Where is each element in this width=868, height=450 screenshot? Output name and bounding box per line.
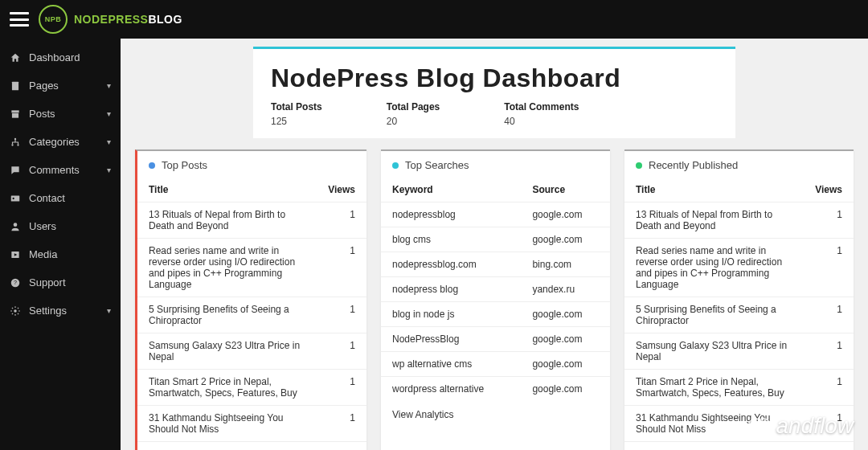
sidebar-item-contact[interactable]: Contact (0, 184, 121, 212)
sidebar-item-label: Users (29, 220, 56, 232)
chevron-down-icon: ▾ (107, 306, 111, 315)
table-row[interactable]: NodePressBloggoogle.com (381, 327, 610, 352)
top-posts-card: Top Posts TitleViews13 Rituals of Nepal … (135, 149, 366, 450)
table-row[interactable]: 13 Rituals of Nepal from Birth to Death … (624, 202, 854, 239)
cell-source: google.com (521, 327, 610, 352)
brand-logo[interactable]: NPB NODEPRESSBLOG (39, 5, 182, 34)
cell-keyword: wp alternative cms (381, 352, 521, 377)
sidebar-item-posts[interactable]: Posts▾ (0, 100, 121, 128)
cell-keyword: nodepressblog.com (381, 252, 521, 277)
main-content: NodePress Blog Dashboard Total Posts125T… (121, 39, 868, 450)
cell-source: google.com (521, 352, 610, 377)
table-row[interactable]: Read series name and write in reverse or… (624, 239, 854, 297)
table-row[interactable]: Samsung Galaxy S23 Ultra Price in Nepal1 (624, 333, 854, 370)
card-title: Recently Published (649, 159, 738, 171)
table-row[interactable]: 5 Surprising Benefits of Seeing a Chirop… (624, 297, 854, 333)
sidebar-item-users[interactable]: Users (0, 212, 121, 240)
cell-keyword: NodePressBlog (381, 327, 521, 352)
sidebar-item-label: Media (29, 248, 57, 260)
hero-card: NodePress Blog Dashboard Total Posts125T… (253, 47, 735, 138)
col-keyword: Keyword (381, 178, 521, 202)
view-analytics-link[interactable]: View Analytics (381, 401, 610, 428)
menu-toggle-button[interactable] (10, 12, 29, 27)
card-title: Top Posts (162, 159, 207, 171)
watermark: andflow (748, 413, 854, 439)
svg-point-13 (14, 309, 17, 313)
svg-point-3 (14, 137, 16, 139)
top-searches-card: Top Searches KeywordSourcenodepressblogg… (381, 149, 610, 450)
svg-point-8 (14, 223, 18, 227)
table-row[interactable]: OnePlus TV 65 Q2 Pro Price in Nepal, Ful… (137, 442, 366, 451)
media-icon (10, 249, 21, 260)
col-source: Source (521, 178, 610, 202)
sidebar-item-dashboard[interactable]: Dashboard (0, 43, 121, 72)
cell-title: OnePlus TV 65 Q2 Pro Price in Nepal, Ful… (137, 442, 317, 451)
sidebar-item-label: Comments (29, 164, 80, 176)
sidebar-item-settings[interactable]: Settings▾ (0, 297, 121, 325)
wechat-icon (748, 418, 771, 434)
table-row[interactable]: wp alternative cmsgoogle.com (381, 352, 610, 377)
svg-rect-1 (11, 110, 18, 112)
logo-badge: NPB (39, 5, 68, 34)
table-row[interactable]: blog cmsgoogle.com (381, 227, 610, 252)
page-title: NodePress Blog Dashboard (271, 63, 718, 93)
hero-stats: Total Posts125Total Pages20Total Comment… (271, 101, 718, 127)
user-icon (10, 221, 21, 232)
table-row[interactable]: wordpress alternativegoogle.com (381, 377, 610, 402)
cell-views: 1 (804, 239, 854, 297)
sidebar-item-support[interactable]: ?Support (0, 268, 121, 297)
chart-icon (149, 162, 155, 169)
svg-point-7 (13, 197, 14, 198)
table-row[interactable]: nodepressblog.combing.com (381, 252, 610, 277)
cell-keyword: wordpress alternative (381, 377, 521, 402)
stat-value: 125 (271, 116, 322, 127)
stat-value: 20 (387, 116, 440, 127)
sidebar-item-categories[interactable]: Categories▾ (0, 128, 121, 156)
chevron-down-icon: ▾ (107, 109, 111, 118)
cell-keyword: blog in node js (381, 302, 521, 327)
table-row[interactable]: nodepress blogyandex.ru (381, 277, 610, 302)
cell-title: Titan Smart 2 Price in Nepal, Smartwatch… (624, 370, 804, 406)
cell-keyword: blog cms (381, 227, 521, 252)
table-row[interactable]: blog in node jsgoogle.com (381, 302, 610, 327)
sidebar-item-label: Categories (29, 136, 80, 148)
col-title: Title (624, 178, 804, 202)
sidebar-item-comments[interactable]: Comments▾ (0, 156, 121, 184)
cell-title: Read series name and write in reverse or… (137, 239, 317, 297)
table-row[interactable]: OnePlus TV 65 Q2 Pro Price in Nepal, Ful… (624, 442, 854, 451)
chevron-down-icon: ▾ (107, 137, 111, 146)
cell-title: 13 Rituals of Nepal from Birth to Death … (624, 202, 804, 239)
cell-title: 13 Rituals of Nepal from Birth to Death … (137, 202, 317, 239)
cell-views: 1 (804, 333, 854, 370)
table-row[interactable]: Titan Smart 2 Price in Nepal, Smartwatch… (137, 370, 366, 406)
svg-rect-2 (12, 112, 18, 117)
top-searches-table: KeywordSourcenodepressbloggoogle.comblog… (381, 178, 610, 401)
table-row[interactable]: Read series name and write in reverse or… (137, 239, 366, 297)
cell-keyword: nodepress blog (381, 277, 521, 302)
cell-source: bing.com (521, 252, 610, 277)
topbar: NPB NODEPRESSBLOG (0, 0, 868, 39)
cell-title: Read series name and write in reverse or… (624, 239, 804, 297)
sidebar-item-label: Pages (29, 80, 59, 92)
cell-source: google.com (521, 377, 610, 402)
chat-icon (10, 165, 21, 176)
sidebar: DashboardPages▾Posts▾Categories▾Comments… (0, 39, 121, 450)
table-row[interactable]: 5 Surprising Benefits of Seeing a Chirop… (137, 297, 366, 333)
col-views: Views (804, 178, 854, 202)
table-row[interactable]: Titan Smart 2 Price in Nepal, Smartwatch… (624, 370, 854, 406)
logo-text: NODEPRESSBLOG (74, 13, 182, 26)
chevron-down-icon: ▾ (107, 81, 111, 90)
search-icon (392, 162, 399, 169)
cell-views: 1 (317, 333, 366, 370)
cell-views: 1 (317, 442, 366, 451)
table-row[interactable]: 13 Rituals of Nepal from Birth to Death … (137, 202, 366, 239)
sidebar-item-pages[interactable]: Pages▾ (0, 72, 121, 100)
cell-title: OnePlus TV 65 Q2 Pro Price in Nepal, Ful… (624, 442, 804, 451)
cell-views: 1 (317, 239, 366, 297)
table-row[interactable]: Samsung Galaxy S23 Ultra Price in Nepal1 (137, 333, 366, 370)
file-icon (10, 80, 21, 92)
table-row[interactable]: nodepressbloggoogle.com (381, 202, 610, 227)
table-row[interactable]: 31 Kathmandu Sightseeing You Should Not … (137, 406, 366, 442)
sidebar-item-media[interactable]: Media (0, 240, 121, 268)
home-icon (10, 52, 21, 63)
